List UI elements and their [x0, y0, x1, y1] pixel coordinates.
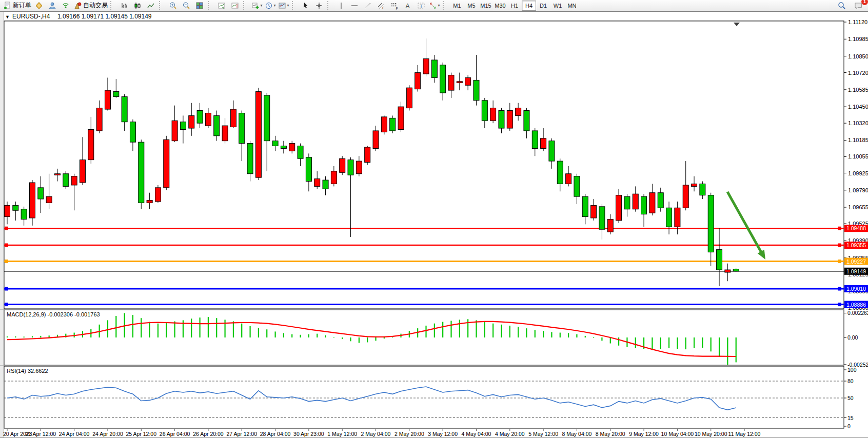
- candle-body: [54, 174, 60, 175]
- horizontal-line-tool-button[interactable]: [348, 1, 361, 11]
- fibonacci-icon: F: [390, 2, 399, 10]
- timeframe-button-H4[interactable]: H4: [522, 1, 536, 11]
- level-anchor-square[interactable]: [5, 260, 8, 263]
- timeframe-button-M30[interactable]: M30: [493, 1, 507, 11]
- time-tick-label: 2 May 04:00: [361, 431, 391, 437]
- candle-body: [733, 269, 739, 271]
- time-tick-label: 8 May 04:00: [562, 431, 592, 437]
- text-label-tool-button[interactable]: T: [415, 1, 428, 11]
- candle-body: [423, 58, 429, 74]
- level-anchor-square[interactable]: [838, 287, 841, 291]
- candle-body: [189, 115, 194, 128]
- text-label-icon: T: [417, 2, 425, 10]
- signals-button[interactable]: [59, 1, 72, 11]
- timeframe-button-H1[interactable]: H1: [507, 1, 522, 11]
- auto-scroll-button[interactable]: [215, 1, 228, 11]
- fibonacci-tool-button[interactable]: F: [388, 1, 401, 11]
- candle-body: [557, 161, 563, 184]
- line-chart-icon: [147, 2, 155, 10]
- time-tick-label: 10 May 04:00: [661, 431, 694, 437]
- candle-body: [21, 209, 27, 220]
- candle-body: [692, 184, 697, 186]
- search-button[interactable]: [835, 1, 849, 11]
- candle-body: [63, 174, 69, 187]
- arrows-tool-button[interactable]: ▾: [428, 1, 441, 11]
- candle-body: [365, 147, 370, 163]
- time-tick-label: 8 May 20:00: [596, 431, 625, 437]
- auto-trading-button[interactable]: 自动交易: [72, 1, 109, 11]
- periods-button[interactable]: ▾: [264, 1, 277, 11]
- candle-body: [624, 196, 630, 209]
- chart-window[interactable]: ▼ EURUSD-,H4 1.09166 1.09171 1.09145 1.0…: [0, 0, 868, 438]
- candlestick-chart-button[interactable]: [131, 1, 144, 11]
- candle-body: [122, 96, 127, 122]
- candle-body: [306, 157, 311, 182]
- text-tool-button[interactable]: A: [401, 1, 415, 11]
- symbol-dropdown-icon[interactable]: ▼: [5, 14, 10, 19]
- vertical-line-tool-button[interactable]: [334, 1, 348, 11]
- price-tick-label: 1.10585: [848, 87, 868, 93]
- metaeditor-button[interactable]: [32, 1, 46, 11]
- macd-panel[interactable]: [4, 310, 844, 365]
- toolbar-separator: [159, 1, 164, 10]
- level-anchor-square[interactable]: [5, 227, 8, 230]
- level-anchor-square[interactable]: [5, 303, 8, 306]
- level-anchor-square[interactable]: [5, 287, 8, 291]
- rsi-panel[interactable]: [4, 366, 844, 428]
- price-tick-label: 1.10850: [848, 53, 868, 59]
- level-anchor-square[interactable]: [5, 244, 8, 247]
- window-left-edge: [0, 12, 4, 438]
- new-order-button[interactable]: 新订单: [2, 1, 32, 11]
- candle-body: [113, 92, 119, 97]
- rsi-tick-label: 100: [847, 367, 857, 373]
- timeframe-button-MN[interactable]: MN: [565, 1, 579, 11]
- level-anchor-square[interactable]: [838, 303, 841, 306]
- candle-body: [649, 193, 655, 213]
- trendline-tool-button[interactable]: [361, 1, 374, 11]
- zoom-out-button[interactable]: [180, 1, 193, 11]
- notification-count-badge: 1: [861, 0, 868, 5]
- candle-body: [172, 121, 177, 141]
- timeframe-button-M5[interactable]: M5: [464, 1, 479, 11]
- candle-body: [482, 101, 487, 121]
- level-anchor-square[interactable]: [838, 260, 841, 263]
- equidistant-channel-tool-button[interactable]: E: [374, 1, 388, 11]
- timeframe-button-W1[interactable]: W1: [550, 1, 565, 11]
- candle-body: [725, 270, 731, 272]
- cursor-button[interactable]: [299, 1, 312, 11]
- candle-body: [457, 82, 462, 83]
- tile-windows-button[interactable]: [193, 1, 206, 11]
- level-anchor-square[interactable]: [838, 244, 841, 247]
- price-badge-label: 1.08886: [846, 302, 866, 308]
- timeframe-button-D1[interactable]: D1: [536, 1, 550, 11]
- timeframe-button-M15[interactable]: M15: [479, 1, 493, 11]
- candle-body: [71, 176, 77, 185]
- line-chart-button[interactable]: [144, 1, 157, 11]
- candle-body: [398, 107, 404, 129]
- notifications-button[interactable]: 1: [852, 1, 865, 11]
- indicators-button[interactable]: ▾: [250, 1, 264, 11]
- rsi-tick-label: 50: [847, 395, 854, 401]
- macd-tick-label: 0.002262: [847, 310, 868, 316]
- price-tick-label: 1.09925: [848, 170, 868, 176]
- candle-body: [591, 205, 597, 218]
- crosshair-button[interactable]: [312, 1, 326, 11]
- templates-button[interactable]: ▾: [277, 1, 290, 11]
- timeframe-button-M1[interactable]: M1: [450, 1, 464, 11]
- time-tick-label: 24 Apr 20:00: [92, 431, 123, 437]
- toolbar-separator: [110, 1, 115, 10]
- rsi-tick-label: 15: [847, 415, 854, 421]
- community-button[interactable]: [46, 1, 59, 11]
- trendline-icon: [364, 2, 372, 10]
- candle-body: [281, 146, 286, 149]
- zoom-in-button[interactable]: [166, 1, 180, 11]
- toolbar-separator: [243, 1, 248, 10]
- candle-body: [155, 188, 161, 202]
- time-tick-label: 3 May 12:00: [428, 431, 458, 437]
- price-tick-label: 1.11120: [848, 19, 867, 25]
- chart-shift-button[interactable]: [228, 1, 242, 11]
- candle-body: [348, 160, 353, 175]
- candle-body: [96, 108, 102, 131]
- bar-chart-button[interactable]: [117, 1, 131, 11]
- level-anchor-square[interactable]: [838, 227, 841, 230]
